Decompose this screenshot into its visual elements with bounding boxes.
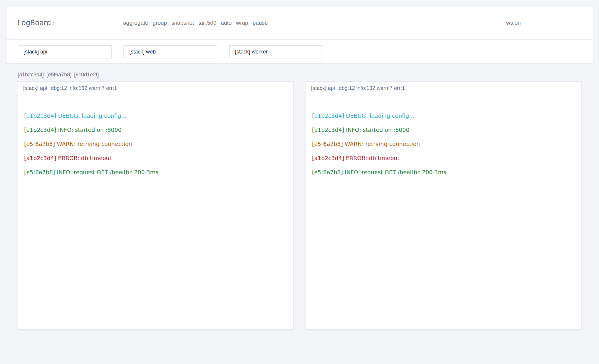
- stack-filter-api[interactable]: [stack] api: [18, 45, 112, 58]
- app-title: LogBoard+: [18, 19, 123, 27]
- stack-filter-row: [stack] api [stack] web [stack] worker: [6, 40, 593, 63]
- log-panel-header: [stack] api dbg:12 info:132 warn:7 err:1: [306, 82, 581, 95]
- log-line: [e5f6a7b8] INFO: request GET /healthz 20…: [18, 165, 293, 179]
- log-line: [e5f6a7b8] WARN: retrying connection: [306, 137, 581, 151]
- menu-item-pause[interactable]: pause: [253, 20, 268, 26]
- stack-filter-web[interactable]: [stack] web: [123, 45, 217, 58]
- log-line: [a1b2c3d4] ERROR: db timeout: [306, 151, 581, 165]
- menu-item-snapshot[interactable]: snapshot: [171, 20, 194, 26]
- menu-item-group[interactable]: group: [153, 20, 167, 26]
- panel-stack-name: [stack] api: [311, 85, 335, 91]
- log-line: [e5f6a7b8] WARN: retrying connection: [18, 137, 293, 151]
- menu-item-tail[interactable]: tail:500: [198, 20, 216, 26]
- menu-item-aggregate[interactable]: aggregate: [123, 20, 148, 26]
- log-panel-right: [stack] api dbg:12 info:132 warn:7 err:1…: [306, 81, 582, 330]
- trace-chip-e5f6a7b8[interactable]: [e5f6a7b8]: [46, 72, 71, 78]
- log-scroll-area[interactable]: [a1b2c3d4] DEBUG: loading config... [a1b…: [306, 95, 581, 179]
- log-panel-left: [stack] api dbg:12 info:132 warn:7 err:1…: [18, 81, 294, 330]
- stack-filter-worker[interactable]: [stack] worker: [229, 45, 323, 58]
- trace-chip-9c0d1e2f[interactable]: [9c0d1e2f]: [74, 72, 99, 78]
- log-line: [e5f6a7b8] INFO: request GET /healthz 20…: [306, 165, 581, 179]
- panel-level-counts: dbg:12 info:132 warn:7 err:1: [339, 85, 405, 91]
- trace-chip-a1b2c3d4[interactable]: [a1b2c3d4]: [18, 72, 44, 78]
- log-panels: [stack] api dbg:12 info:132 warn:7 err:1…: [18, 81, 582, 330]
- log-line: [a1b2c3d4] INFO: started on :8000: [306, 123, 581, 137]
- trace-chip-row: [a1b2c3d4] [e5f6a7b8] [9c0d1e2f]: [18, 72, 99, 78]
- toolbar-top-row: LogBoard+ aggregate group snapshot tail:…: [6, 6, 593, 40]
- ws-status-badge: ws:on: [506, 20, 582, 26]
- menu-item-auto[interactable]: auto: [221, 20, 232, 26]
- menu-item-wrap[interactable]: wrap: [236, 20, 248, 26]
- log-line: [a1b2c3d4] DEBUG: loading config...: [18, 109, 293, 123]
- toolbar-menu: aggregate group snapshot tail:500 auto w…: [123, 20, 268, 26]
- log-line: [a1b2c3d4] ERROR: db timeout: [18, 151, 293, 165]
- log-scroll-area[interactable]: [a1b2c3d4] DEBUG: loading config... [a1b…: [18, 95, 293, 179]
- log-line: [a1b2c3d4] INFO: started on :8000: [18, 123, 293, 137]
- log-panel-header: [stack] api dbg:12 info:132 warn:7 err:1: [18, 82, 293, 95]
- panel-level-counts: dbg:12 info:132 warn:7 err:1: [51, 85, 117, 91]
- panel-stack-name: [stack] api: [23, 85, 47, 91]
- log-line: [a1b2c3d4] DEBUG: loading config...: [306, 109, 581, 123]
- toolbar: LogBoard+ aggregate group snapshot tail:…: [6, 6, 593, 64]
